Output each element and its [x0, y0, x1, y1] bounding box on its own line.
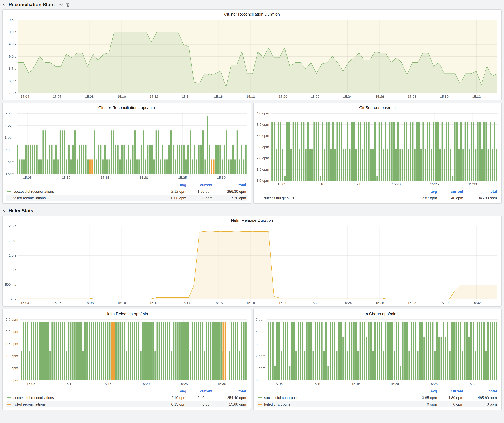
section-title: Helm Stats	[8, 208, 33, 214]
svg-text:15:10: 15:10	[65, 382, 73, 386]
legend-header-avg[interactable]: avg	[409, 389, 437, 393]
svg-text:4.0 opm: 4.0 opm	[257, 111, 269, 115]
panel-title-helm-release-duration[interactable]: Helm Release Duration	[3, 216, 501, 224]
legend-series-label[interactable]: failed reconciliations	[7, 196, 159, 200]
legend-series-name: successful chart pulls	[264, 396, 298, 400]
panel-title-helm-releases-opm[interactable]: Helm Releases ops/min	[3, 309, 251, 317]
legend-helm-charts: avgcurrenttotalsuccessful chart pulls3.8…	[253, 387, 501, 410]
svg-text:15:25: 15:25	[429, 382, 438, 386]
legend-value-current: 0 opm	[186, 196, 212, 200]
panel-helm-release-duration: Helm Release Duration 0 ns500 ms1.0 s1.5…	[2, 216, 502, 306]
legend-header-current[interactable]: current	[437, 189, 463, 193]
chart-cluster-reconciliations-opm[interactable]: 0 opm1 opm2 opm3 opm4 opm5 opm15:0515:10…	[3, 111, 251, 181]
svg-text:15:30: 15:30	[440, 301, 449, 305]
legend-series-label[interactable]: failed reconciliations	[7, 402, 159, 406]
legend-header-row: avgcurrenttotal	[257, 188, 498, 195]
chevron-down-icon[interactable]	[2, 209, 6, 213]
legend-header-current[interactable]: current	[186, 183, 212, 187]
panel-git-sources-opm: Git Sources ops/min 1.0 opm1.5 opm2.0 op…	[253, 103, 502, 204]
gear-icon[interactable]	[59, 2, 63, 7]
svg-text:15:05: 15:05	[277, 182, 286, 186]
svg-text:15:06: 15:06	[53, 301, 61, 305]
panel-title-cluster-reconciliation-duration[interactable]: Cluster Reconciliation Duration	[3, 10, 501, 18]
svg-text:15:30: 15:30	[217, 382, 226, 386]
svg-text:2 opm: 2 opm	[256, 354, 265, 358]
trash-icon[interactable]	[66, 2, 70, 7]
svg-text:15:05: 15:05	[27, 382, 35, 386]
svg-text:4 opm: 4 opm	[5, 123, 14, 127]
svg-text:15:05: 15:05	[23, 176, 32, 180]
svg-text:15:18: 15:18	[246, 301, 255, 305]
svg-text:15:08: 15:08	[85, 301, 94, 305]
section-header-helm-stats[interactable]: Helm Stats	[2, 206, 502, 216]
chart-helm-charts-opm[interactable]: 0 opm1 opm2 opm3 opm4 opm5 opm15:0515:10…	[253, 317, 501, 387]
legend-value-total: 465.60 opm	[463, 396, 497, 400]
svg-text:15:24: 15:24	[343, 95, 352, 99]
legend-row: successful reconciliations2.10 opm2.40 o…	[6, 394, 247, 401]
svg-text:15:20: 15:20	[279, 95, 287, 99]
svg-text:15:04: 15:04	[21, 301, 29, 305]
svg-text:15:15: 15:15	[354, 182, 362, 186]
panel-title-git-sources-opm[interactable]: Git Sources ops/min	[253, 103, 501, 111]
svg-text:15:08: 15:08	[85, 95, 94, 99]
chart-git-sources-opm[interactable]: 1.0 opm1.5 opm2.0 opm2.5 opm3.0 opm3.5 o…	[253, 111, 501, 188]
svg-text:15:15: 15:15	[351, 382, 360, 386]
legend-row: failed reconciliations0.13 opm0 opm15.60…	[6, 401, 247, 407]
svg-text:15:05: 15:05	[274, 382, 282, 386]
svg-text:15:15: 15:15	[103, 382, 112, 386]
svg-text:15:10: 15:10	[117, 301, 126, 305]
dashboard: Reconciliation Stats Cluster Re	[0, 0, 504, 423]
legend-header-current[interactable]: current	[186, 389, 212, 393]
section-title: Reconciliation Stats	[8, 2, 54, 7]
legend-series-label[interactable]: successful reconciliations	[7, 396, 159, 400]
svg-text:15:20: 15:20	[279, 301, 287, 305]
chevron-down-icon[interactable]	[2, 3, 6, 6]
svg-text:15:10: 15:10	[62, 176, 71, 180]
legend-header-total[interactable]: total	[212, 389, 246, 393]
legend-header-row: avgcurrenttotal	[257, 388, 498, 394]
legend-value-current: 0 opm	[186, 402, 212, 406]
svg-text:15:30: 15:30	[468, 182, 477, 186]
svg-text:10.5 s: 10.5 s	[7, 18, 16, 22]
legend-series-label[interactable]: successful chart pulls	[258, 396, 409, 400]
legend-header-avg[interactable]: avg	[159, 183, 186, 187]
panel-title-cluster-reconciliations-opm[interactable]: Cluster Reconciliations ops/min	[3, 103, 251, 111]
legend-value-avg: 2.12 opm	[159, 189, 186, 193]
section-header-reconciliation-stats[interactable]: Reconciliation Stats	[2, 0, 502, 9]
legend-series-label[interactable]: successful reconciliations	[7, 189, 159, 193]
svg-text:3 opm: 3 opm	[5, 136, 14, 140]
legend-series-name: successful reconciliations	[13, 189, 54, 193]
svg-text:15:32: 15:32	[472, 95, 481, 99]
legend-value-current: 0 opm	[437, 402, 463, 406]
svg-text:7.5 s: 7.5 s	[9, 91, 16, 95]
legend-series-label[interactable]: failed chart pulls	[258, 402, 409, 406]
svg-text:15:06: 15:06	[53, 95, 61, 99]
panel-title-helm-charts-opm[interactable]: Helm Charts ops/min	[253, 309, 501, 317]
legend-series-label[interactable]: successful git pulls	[258, 196, 409, 200]
svg-text:15:12: 15:12	[150, 95, 158, 99]
legend-value-avg: 2.10 opm	[159, 396, 186, 400]
chart-helm-releases-opm[interactable]: 0 opm0.5 opm1.0 opm1.5 opm2.0 opm2.5 opm…	[3, 317, 251, 387]
legend-header-avg[interactable]: avg	[159, 389, 186, 393]
legend-header-total[interactable]: total	[463, 389, 497, 393]
svg-text:15:22: 15:22	[311, 301, 319, 305]
chart-helm-release-duration[interactable]: 0 ns500 ms1.0 s1.5 s2.0 s2.5 s15:0415:06…	[3, 224, 501, 306]
legend-header-avg[interactable]: avg	[409, 189, 437, 193]
legend-row: failed chart pulls0 opm0 opm0 opm	[257, 401, 498, 407]
legend-value-current: 4.80 opm	[437, 396, 463, 400]
svg-text:4 opm: 4 opm	[256, 330, 265, 334]
svg-text:2 opm: 2 opm	[5, 148, 14, 152]
svg-text:15:25: 15:25	[179, 382, 188, 386]
svg-text:3.5 opm: 3.5 opm	[257, 123, 269, 126]
svg-text:15:30: 15:30	[468, 382, 476, 386]
svg-text:0.5 opm: 0.5 opm	[6, 366, 18, 370]
svg-text:15:25: 15:25	[430, 182, 438, 186]
legend-header-current[interactable]: current	[437, 389, 463, 393]
legend-header-total[interactable]: total	[463, 189, 497, 193]
svg-text:5 opm: 5 opm	[5, 111, 14, 115]
svg-text:15:20: 15:20	[139, 176, 148, 180]
svg-text:15:32: 15:32	[472, 301, 481, 305]
legend-value-total: 256.80 opm	[212, 189, 246, 193]
chart-cluster-reconciliation-duration[interactable]: 7.5 s8.0 s8.5 s9.0 s9.5 s10.0 s10.5 s15:…	[3, 18, 501, 100]
legend-header-total[interactable]: total	[212, 183, 246, 187]
